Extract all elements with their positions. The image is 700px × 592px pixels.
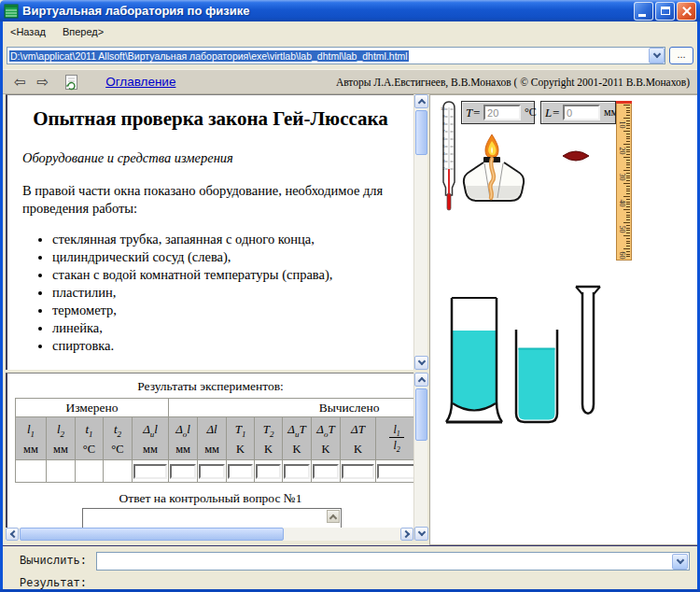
cell-input	[255, 460, 283, 483]
scroll-right-button[interactable]	[400, 528, 413, 541]
col-header: t1°C	[76, 417, 104, 460]
col-header: Δоlмм	[169, 417, 198, 460]
results-vscrollbar[interactable]	[413, 373, 427, 541]
cell-input	[227, 460, 255, 483]
title-bar: Виртуальная лаборатория по физике	[0, 0, 700, 21]
scroll-up-button[interactable]	[414, 94, 428, 108]
cell-l2[interactable]	[47, 460, 76, 483]
value-input[interactable]	[133, 464, 167, 479]
value-input[interactable]	[342, 464, 374, 479]
cell-input	[376, 460, 413, 483]
scroll-up-button[interactable]	[414, 373, 428, 387]
value-input[interactable]	[170, 464, 196, 479]
address-text[interactable]: D:\vm\applicat\2011 Allsoft\Виртуальная …	[7, 50, 649, 62]
svg-text:2: 2	[442, 167, 444, 171]
textarea-scroll-up-button[interactable]	[327, 510, 340, 523]
length-input[interactable]	[563, 105, 600, 120]
window-title: Виртуальная лаборатория по физике	[22, 4, 632, 18]
cell-input	[312, 460, 341, 483]
svg-text:3: 3	[442, 160, 444, 163]
cell-input	[341, 460, 376, 483]
svg-text:9: 9	[442, 115, 444, 119]
cell-t2[interactable]	[104, 460, 133, 483]
list-item: спиртовка.	[52, 337, 413, 355]
app-icon	[4, 4, 19, 19]
spirit-lamp-icon[interactable]	[460, 134, 527, 206]
value-input[interactable]	[377, 464, 413, 479]
results-hscrollbar[interactable]	[6, 528, 413, 541]
cell-input	[198, 460, 227, 483]
compute-select[interactable]	[96, 552, 690, 571]
col-header: ΔиTK	[283, 417, 312, 460]
cylinder-vessel-icon[interactable]	[445, 295, 503, 428]
thermometer-icon[interactable]: 10 9 8 7 6 5 4 3 2	[437, 100, 461, 214]
chevron-right-icon	[401, 530, 409, 538]
compute-label: Вычислить:	[20, 555, 87, 568]
col-header: ΔоTK	[312, 417, 341, 460]
value-input[interactable]	[313, 464, 339, 479]
chevron-up-icon	[417, 99, 425, 106]
svg-text:7: 7	[442, 130, 444, 134]
minimize-icon	[638, 14, 646, 17]
address-dropdown-button[interactable]	[649, 48, 665, 63]
col-header-fraction: l1 l2	[376, 417, 413, 460]
document-panel: Опытная проверка закона Гей-Люссака Обор…	[6, 94, 413, 370]
minimize-button[interactable]	[634, 2, 653, 21]
group-calculated: Вычислено	[169, 399, 413, 417]
page-title: Опытная проверка закона Гей-Люссака	[7, 107, 413, 131]
glass-tube-icon[interactable]	[574, 283, 602, 425]
window-border	[0, 19, 3, 592]
col-header: l1мм	[16, 417, 47, 460]
browse-button[interactable]: ...	[669, 47, 693, 64]
cell-l1[interactable]	[16, 460, 47, 483]
doc-note: Термометр в исходном состоянии показывае…	[22, 367, 399, 370]
cell-input	[133, 460, 169, 483]
contents-link[interactable]: Оглавление	[105, 75, 175, 89]
doc-scrollbar[interactable]	[413, 94, 427, 370]
scroll-down-button[interactable]	[414, 527, 428, 541]
col-header: Δlмм	[198, 417, 227, 460]
menu-bar: <Назад Вперед>	[3, 21, 697, 42]
plasticine-icon[interactable]	[561, 148, 591, 163]
chevron-left-icon	[9, 530, 17, 538]
value-input[interactable]	[256, 464, 281, 479]
answer-label: Ответ на контрольный вопрос №1	[7, 491, 413, 506]
list-item: стеклянная трубка, запаянная с одного ко…	[52, 231, 413, 248]
col-header: T1K	[227, 417, 255, 460]
scroll-thumb[interactable]	[415, 110, 427, 155]
scroll-left-button[interactable]	[6, 528, 19, 541]
col-header: t2°C	[104, 417, 133, 460]
forward-icon[interactable]: ⇨	[37, 75, 49, 89]
back-icon[interactable]: ⇦	[14, 75, 26, 89]
result-label: Результат:	[20, 577, 87, 590]
address-input[interactable]: D:\vm\applicat\2011 Allsoft\Виртуальная …	[7, 47, 665, 64]
menu-back[interactable]: <Назад	[10, 26, 46, 37]
chevron-up-icon	[329, 514, 337, 521]
equipment-list: стеклянная трубка, запаянная с одного ко…	[52, 231, 413, 355]
ruler-icon[interactable]: 10 20 30 40 50 60	[616, 101, 632, 261]
water-glass-icon[interactable]	[512, 328, 561, 425]
compute-dropdown-button[interactable]	[672, 554, 688, 570]
temperature-input[interactable]	[483, 105, 521, 120]
results-panel: Результаты экспериментов: Измерено Вычис…	[6, 373, 413, 528]
maximize-button[interactable]	[655, 2, 675, 21]
bottom-bar: Вычислить: Результат:	[3, 545, 697, 589]
list-item: стакан с водой комнатной температуры (сп…	[52, 266, 413, 284]
chevron-down-icon	[652, 50, 660, 58]
chevron-up-icon	[417, 377, 425, 385]
authors-text: Авторы Л.А.Евстигнеев, В.В.Монахов ( © C…	[175, 77, 697, 88]
refresh-icon[interactable]	[63, 74, 79, 91]
value-input[interactable]	[284, 464, 310, 479]
temperature-panel: T= °C	[461, 101, 535, 124]
scroll-thumb[interactable]	[415, 388, 427, 441]
scroll-down-button[interactable]	[414, 356, 428, 370]
value-input[interactable]	[199, 464, 225, 479]
cell-t1[interactable]	[76, 460, 104, 483]
scroll-thumb[interactable]	[20, 528, 284, 541]
results-table: Измерено Вычислено l1мм l2мм t1°C t2°C Δ…	[15, 398, 413, 483]
close-button[interactable]	[677, 2, 696, 21]
answer-textarea[interactable]	[82, 508, 342, 528]
toolbar: ⇦ ⇨ Оглавление Авторы Л.А.Евстигнеев, В.…	[3, 69, 697, 94]
menu-forward[interactable]: Вперед>	[63, 26, 104, 37]
value-input[interactable]	[228, 464, 253, 479]
